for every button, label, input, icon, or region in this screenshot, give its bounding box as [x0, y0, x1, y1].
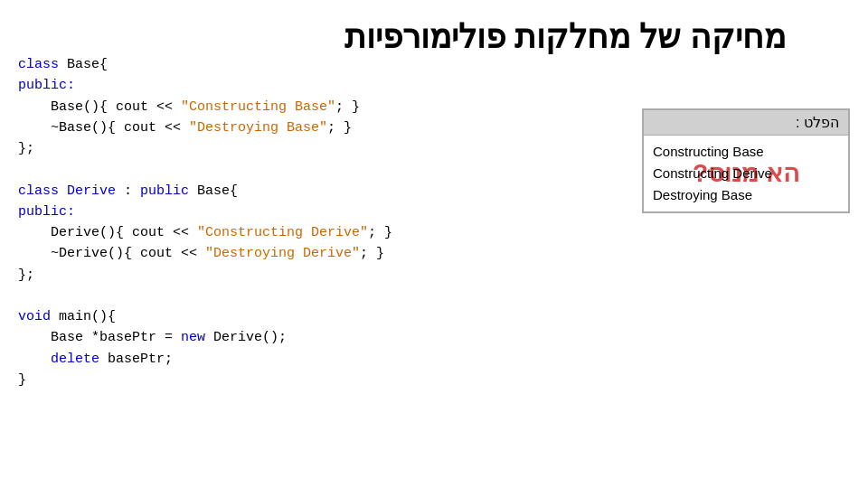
- code-line-3: Base(){ cout << "Constructing Base"; }: [18, 97, 561, 117]
- output-box: הפלט : Constructing Base Constructing De…: [642, 108, 850, 213]
- code-line-9: Derive(){ cout << "Constructing Derive";…: [18, 222, 561, 243]
- code-line-4: ~Base(){ cout << "Destroying Base"; }: [18, 117, 561, 138]
- code-line-2: public:: [18, 75, 561, 96]
- code-blank-2: [18, 286, 561, 306]
- str: "Destroying Derive": [205, 246, 360, 261]
- code-line-7: class Derive : public Base{: [18, 181, 561, 202]
- kw: delete: [51, 352, 99, 367]
- code-line-5: };: [18, 138, 561, 159]
- kw: public:: [18, 78, 75, 93]
- output-content: Constructing Base Constructing Derive De…: [644, 136, 848, 211]
- code-line-11: };: [18, 265, 561, 286]
- output-line-2: Constructing Derive: [653, 163, 839, 184]
- output-header: הפלט :: [644, 110, 848, 136]
- code-line-1: class Base{: [18, 54, 561, 75]
- code-line-13: void main(){: [18, 306, 561, 327]
- code-line-14: Base *basePtr = new Derive();: [18, 327, 561, 348]
- code-line-16: }: [18, 370, 561, 390]
- str: "Constructing Derive": [197, 225, 368, 240]
- derive-kw: Derive: [67, 183, 116, 199]
- kw: public:: [18, 204, 75, 220]
- code-area: class Base{ public: Base(){ cout << "Con…: [18, 54, 561, 390]
- code-line-15: delete basePtr;: [18, 349, 561, 370]
- code-text: Base{: [67, 57, 108, 72]
- str: "Constructing Base": [181, 99, 335, 115]
- page-title: מחיקה של מחלקות פולימורפיות: [289, 18, 841, 56]
- str: "Destroying Base": [189, 120, 327, 136]
- code-line-8: public:: [18, 202, 561, 222]
- kw: new: [181, 330, 205, 345]
- page-container: מחיקה של מחלקות פולימורפיות class Base{ …: [0, 0, 868, 488]
- kw: class: [18, 183, 67, 199]
- code-blank-1: [18, 159, 561, 180]
- code-line-10: ~Derive(){ cout << "Destroying Derive"; …: [18, 243, 561, 264]
- kw: void: [18, 309, 51, 324]
- kw: class: [18, 57, 67, 72]
- kw: public: [140, 183, 189, 199]
